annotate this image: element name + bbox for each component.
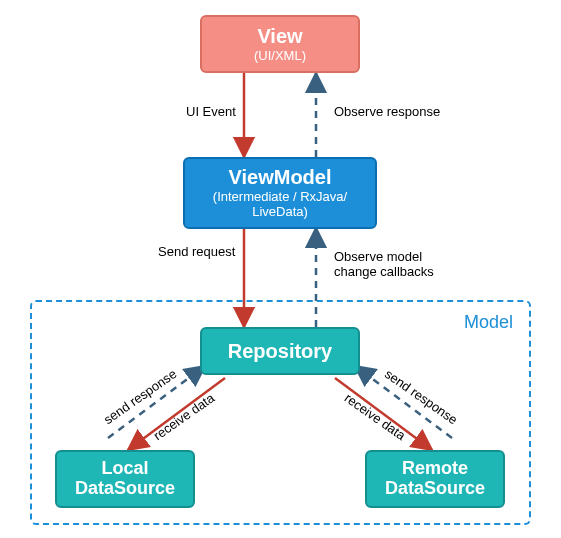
node-repository: Repository [200,327,360,375]
node-view-sub: (UI/XML) [254,49,306,64]
node-local-title: Local DataSource [75,459,175,499]
node-remote-title: Remote DataSource [385,459,485,499]
node-viewmodel-sub: (Intermediate / RxJava/ LiveData) [213,190,347,220]
model-frame-label: Model [464,312,513,333]
label-send-request: Send request [158,245,235,260]
node-viewmodel: ViewModel (Intermediate / RxJava/ LiveDa… [183,157,377,229]
label-ui-event: UI Event [186,105,236,120]
node-view-title: View [257,25,302,47]
node-local-datasource: Local DataSource [55,450,195,508]
node-view: View (UI/XML) [200,15,360,73]
node-repository-title: Repository [228,340,332,362]
architecture-diagram: Model View (UI/XML) ViewModel (Intermedi… [0,0,561,538]
node-viewmodel-title: ViewModel [229,166,332,188]
label-observe-model: Observe model change callbacks [334,250,434,280]
node-remote-datasource: Remote DataSource [365,450,505,508]
label-observe-response: Observe response [334,105,440,120]
